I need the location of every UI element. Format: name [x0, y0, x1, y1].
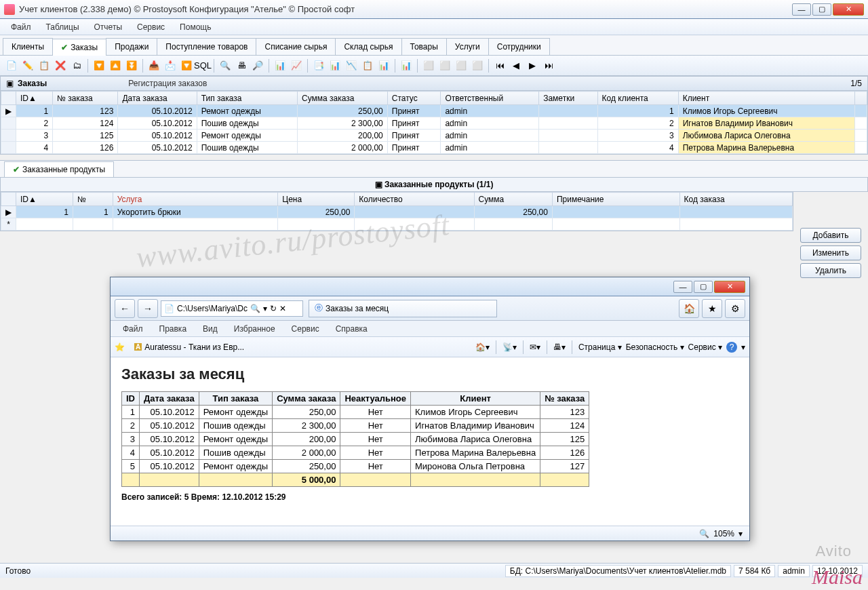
close-button[interactable]: ✕: [833, 3, 864, 16]
col-header[interactable]: Сумма: [474, 193, 552, 206]
toolbar-btn[interactable]: ▶: [525, 58, 540, 73]
toolbar-btn[interactable]: 📋: [360, 58, 375, 73]
menu-Помощь[interactable]: Помощь: [173, 20, 218, 34]
col-header[interactable]: №: [73, 193, 113, 206]
new-row[interactable]: *: [1, 218, 793, 231]
toolbar-btn[interactable]: ❌: [53, 58, 68, 73]
ie-menu-Сервис[interactable]: Сервис: [285, 322, 326, 336]
table-row[interactable]: ▶11Укоротить брюки250,00250,00: [1, 206, 793, 218]
toolbar-btn[interactable]: ⏬: [124, 58, 139, 73]
feeds-icon[interactable]: 📡▾: [502, 342, 517, 352]
col-header[interactable]: Ответственный: [441, 92, 539, 105]
col-header[interactable]: Тип заказа: [197, 92, 297, 105]
delete-button[interactable]: Удалить: [800, 263, 861, 278]
toolbar-btn[interactable]: ⬜: [454, 58, 469, 73]
toolbar-btn[interactable]: 🗂: [69, 58, 84, 73]
mail-icon[interactable]: ✉▾: [530, 342, 540, 352]
menu-Сервис[interactable]: Сервис: [130, 20, 172, 34]
home-icon[interactable]: 🏠▾: [475, 342, 490, 352]
menu-Таблицы[interactable]: Таблицы: [39, 20, 86, 34]
toolbar-btn[interactable]: 📉: [344, 58, 359, 73]
tab-Услуги[interactable]: Услуги: [446, 38, 489, 55]
tab-Клиенты[interactable]: Клиенты: [3, 38, 53, 55]
ie-close-button[interactable]: ✕: [714, 281, 745, 293]
table-row[interactable]: 412605.10.2012Пошив одежды2 000,00Принят…: [1, 142, 867, 154]
toolbar-btn[interactable]: 📑: [311, 58, 326, 73]
toolbar-btn[interactable]: 🖶: [234, 58, 249, 73]
col-header[interactable]: Статус: [387, 92, 441, 105]
tab-Продажи[interactable]: Продажи: [106, 38, 157, 55]
toolbar-btn[interactable]: 📩: [163, 58, 178, 73]
ie-minimize-button[interactable]: —: [673, 281, 692, 293]
menu-Отчеты[interactable]: Отчеты: [87, 20, 129, 34]
col-header[interactable]: ID▲: [16, 193, 73, 206]
toolbar-btn[interactable]: 📊: [328, 58, 342, 73]
table-row[interactable]: ▶112305.10.2012Ремонт одежды250,00Принят…: [1, 105, 867, 117]
table-row[interactable]: 212405.10.2012Пошив одежды2 300,00Принят…: [1, 117, 867, 130]
ie-tab[interactable]: ⓔ Заказы за месяц: [309, 300, 497, 317]
orders-grid[interactable]: ID▲№ заказаДата заказаТип заказаСумма за…: [0, 91, 868, 155]
col-header[interactable]: Цена: [278, 193, 355, 206]
col-header[interactable]: Код заказа: [679, 193, 792, 206]
service-menu[interactable]: Сервис ▾: [688, 342, 722, 352]
toolbar-btn[interactable]: 📊: [376, 58, 391, 73]
col-header[interactable]: Код клиента: [597, 92, 678, 105]
col-header[interactable]: Количество: [355, 193, 474, 206]
address-bar[interactable]: 📄 C:\Users\Mariya\Dc 🔍 ▾ ↻ ✕: [161, 300, 303, 317]
zoom-icon[interactable]: 🔍: [699, 529, 709, 538]
stop-icon[interactable]: ✕: [279, 304, 286, 313]
toolbar-btn[interactable]: 📋: [37, 58, 52, 73]
back-button[interactable]: ←: [115, 299, 135, 318]
ie-maximize-button[interactable]: ▢: [694, 281, 713, 293]
toolbar-btn[interactable]: ✏️: [20, 58, 35, 73]
col-header[interactable]: Заметки: [539, 92, 597, 105]
toolbar-btn[interactable]: 📄: [4, 58, 19, 73]
print-icon[interactable]: 🖶▾: [553, 342, 566, 352]
tab-Списание сырья[interactable]: Списание сырья: [256, 38, 336, 55]
menu-Файл[interactable]: Файл: [4, 20, 38, 34]
col-header[interactable]: Сумма заказа: [298, 92, 388, 105]
edit-button[interactable]: Изменить: [800, 245, 861, 260]
toolbar-btn[interactable]: ⬜: [437, 58, 452, 73]
subtab-products[interactable]: ✔ Заказанные продукты: [4, 161, 114, 177]
toolbar-btn[interactable]: 🔽: [179, 58, 194, 73]
toolbar-btn[interactable]: 📥: [146, 58, 161, 73]
tab-Сотрудники[interactable]: Сотрудники: [488, 38, 550, 55]
ie-menu-Файл[interactable]: Файл: [116, 322, 150, 336]
minimize-button[interactable]: —: [792, 3, 811, 16]
toolbar-btn[interactable]: ◀: [509, 58, 524, 73]
col-header[interactable]: Примечание: [552, 193, 679, 206]
toolbar-btn[interactable]: 🔼: [108, 58, 123, 73]
favorites-button[interactable]: ★: [702, 299, 722, 318]
tab-Заказы[interactable]: ✔ Заказы: [52, 39, 106, 56]
col-header[interactable]: Дата заказа: [118, 92, 197, 105]
table-row[interactable]: 312505.10.2012Ремонт одежды200,00Принятa…: [1, 130, 867, 142]
toolbar-btn[interactable]: 🔍: [218, 58, 233, 73]
toolbar-btn[interactable]: ⬜: [470, 58, 485, 73]
toolbar-btn[interactable]: 🔎: [250, 58, 265, 73]
toolbar-btn[interactable]: ⬜: [421, 58, 436, 73]
toolbar-btn[interactable]: 🔽: [92, 58, 106, 73]
toolbar-btn[interactable]: ⏮: [492, 58, 507, 73]
tools-button[interactable]: ⚙: [725, 299, 745, 318]
tab-Товары[interactable]: Товары: [401, 38, 447, 55]
tab-Поступление товаров[interactable]: Поступление товаров: [157, 38, 256, 55]
favorites-star-icon[interactable]: ⭐: [115, 342, 125, 352]
col-header[interactable]: № заказа: [53, 92, 118, 105]
page-menu[interactable]: Страница ▾: [578, 342, 622, 352]
fav-link[interactable]: A Auratessu - Ткани из Евр...: [129, 340, 250, 354]
forward-button[interactable]: →: [138, 299, 158, 318]
tab-Склад сырья[interactable]: Склад сырья: [335, 38, 401, 55]
ie-menu-Правка[interactable]: Правка: [153, 322, 194, 336]
home-button[interactable]: 🏠: [679, 299, 699, 318]
toolbar-btn[interactable]: SQL: [195, 58, 210, 73]
ie-menu-Справка[interactable]: Справка: [329, 322, 374, 336]
maximize-button[interactable]: ▢: [812, 3, 831, 16]
ie-menu-Вид[interactable]: Вид: [196, 322, 224, 336]
toolbar-btn[interactable]: 📈: [289, 58, 304, 73]
col-header[interactable]: Клиент: [678, 92, 854, 105]
add-button[interactable]: Добавить: [800, 228, 861, 243]
toolbar-btn[interactable]: 📊: [399, 58, 414, 73]
refresh-icon[interactable]: ↻: [270, 304, 277, 313]
ie-menu-Избранное[interactable]: Избранное: [227, 322, 282, 336]
